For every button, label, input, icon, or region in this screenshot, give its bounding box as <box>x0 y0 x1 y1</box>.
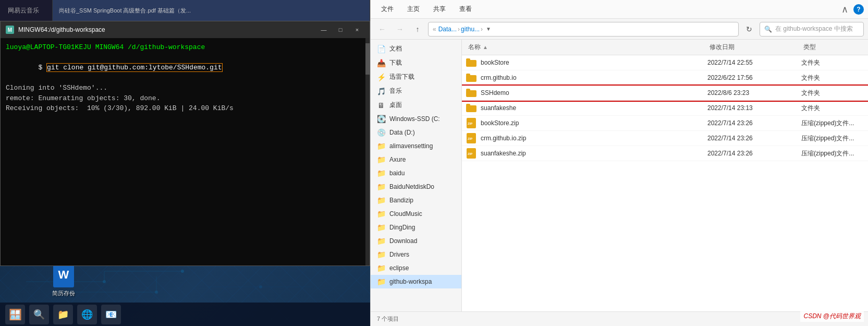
sidebar-item-baidudisk[interactable]: 📁 BaiduNetdiskDo <box>371 180 461 194</box>
sidebar-item-thunder[interactable]: ⚡ 迅雷下载 <box>371 70 461 84</box>
sidebar-label-dingding: DingDing <box>389 224 415 231</box>
terminal-command: $ git clone git@github.com:lytobe/SSHdem… <box>6 53 364 83</box>
col-header-name[interactable]: 名称 ▲ <box>466 42 707 53</box>
menu-view[interactable]: 查看 <box>453 3 478 16</box>
svg-text:ZIP: ZIP <box>468 137 472 140</box>
address-breadcrumb-icon: « <box>433 26 436 33</box>
up-button[interactable]: ↑ <box>410 22 425 37</box>
sidebar-item-github-workspace[interactable]: 📁 github-workspa <box>371 275 461 288</box>
address-part-github: githu... <box>461 26 480 33</box>
file-type: 文件夹 <box>801 104 864 113</box>
file-date: 2022/7/14 23:26 <box>707 150 801 157</box>
table-row[interactable]: ZIP crm.github.io.zip 2022/7/14 23:26 压缩… <box>462 131 868 146</box>
music-icon: 🎵 <box>377 87 385 95</box>
menu-file[interactable]: 文件 <box>375 3 400 16</box>
taskbar-icon-5[interactable]: 📧 <box>101 305 121 324</box>
close-button[interactable]: × <box>350 25 364 35</box>
sidebar-item-eclipse[interactable]: 📁 eclipse <box>371 261 461 275</box>
address-dropdown-arrow[interactable]: ▼ <box>486 26 491 32</box>
sidebar-label-data-d: Data (D:) <box>389 129 415 136</box>
maximize-button[interactable]: □ <box>333 25 348 35</box>
table-row[interactable]: ZIP bookStore.zip 2022/7/14 23:26 压缩(zip… <box>462 116 868 131</box>
csdn-watermark: CSDN @代码世界观 <box>800 311 864 322</box>
sidebar-item-bandizip[interactable]: 📁 Bandizip <box>371 194 461 207</box>
sidebar-label-documents: 文档 <box>389 44 402 53</box>
sidebar-label-downloads: 下载 <box>389 58 402 67</box>
sidebar-item-download[interactable]: 📁 Download <box>371 234 461 248</box>
file-name-cell: crm.github.io <box>466 73 707 83</box>
sidebar-label-baidu: baidu <box>389 170 405 177</box>
sidebar-item-alimaven[interactable]: 📁 alimavensetting <box>371 139 461 153</box>
terminal-output-3: Receiving objects: 10% (3/30), 892.00 Ki… <box>6 103 364 114</box>
thunder-icon: ⚡ <box>377 73 385 81</box>
refresh-button[interactable]: ↻ <box>742 22 756 37</box>
file-type: 文件夹 <box>801 74 864 82</box>
forward-button[interactable]: → <box>393 22 407 37</box>
sidebar-item-cloudmusic[interactable]: 📁 CloudMusic <box>371 207 461 221</box>
sidebar-item-music[interactable]: 🎵 音乐 <box>371 84 461 98</box>
window-icon: M <box>6 26 14 34</box>
ribbon-toggle[interactable]: ∧ <box>838 3 851 16</box>
table-row[interactable]: ZIP suanfakeshe.zip 2022/7/14 23:26 压缩(z… <box>462 146 868 161</box>
file-date: 2022/7/14 23:13 <box>707 104 801 112</box>
terminal-output-1: Cloning into 'SSHdemo'... <box>6 83 364 93</box>
file-name-cell: ZIP crm.github.io.zip <box>466 133 707 143</box>
svg-point-9 <box>259 285 262 288</box>
folder-icon <box>466 57 476 68</box>
sidebar-item-axure[interactable]: 📁 Axure <box>371 153 461 166</box>
address-bar[interactable]: « Data... › githu... › ▼ <box>428 22 739 37</box>
desktop-icon-word[interactable]: W 简历存份 <box>52 262 75 297</box>
sidebar-label-windows-ssd: Windows-SSD (C: <box>389 115 440 123</box>
taskbar-icon-1[interactable]: 🪟 <box>5 305 25 324</box>
col-header-date[interactable]: 修改日期 <box>707 42 801 53</box>
taskbar-icon-2[interactable]: 🔍 <box>29 305 49 324</box>
git-clone-highlight: git clone git@github.com:lytobe/SSHdemo.… <box>46 63 222 72</box>
sidebar-label-alimaven: alimavensetting <box>389 142 433 150</box>
help-button[interactable]: ? <box>853 4 864 15</box>
folder-icon <box>466 73 476 83</box>
minimize-button[interactable]: — <box>316 25 331 35</box>
back-button[interactable]: ← <box>375 22 389 37</box>
file-name-cell: suanfakeshe <box>466 103 707 113</box>
address-sep-2: › <box>481 26 483 33</box>
menu-share[interactable]: 共享 <box>427 3 452 16</box>
music-player-tab[interactable]: 网易云音乐 <box>0 0 52 21</box>
terminal-scrollbar[interactable] <box>365 38 370 265</box>
window-action-area: ∧ ? <box>838 3 864 16</box>
sidebar-item-windows-ssd[interactable]: 💽 Windows-SSD (C: <box>371 112 461 126</box>
table-row[interactable]: crm.github.io 2022/6/22 17:56 文件夹 <box>462 70 868 86</box>
sidebar-item-data-d[interactable]: 💿 Data (D:) <box>371 126 461 139</box>
sidebar-item-desktop[interactable]: 🖥 桌面 <box>371 98 461 112</box>
cloudmusic-icon: 📁 <box>377 210 385 218</box>
status-text: 7 个项目 <box>377 315 399 323</box>
baidudisk-icon: 📁 <box>377 183 385 191</box>
menu-home[interactable]: 主页 <box>401 3 426 16</box>
pdf-tab[interactable]: 尚硅谷_SSM SpringBoot 高级整合.pdf 基础篇（发... <box>52 0 370 21</box>
col-name-label: 名称 <box>468 43 481 52</box>
svg-rect-11 <box>466 58 470 61</box>
table-row-sshdemo[interactable]: SSHdemo 2022/8/6 23:23 文件夹 <box>462 86 868 101</box>
taskbar-icon-4[interactable]: 🌐 <box>77 305 97 324</box>
sidebar-item-downloads[interactable]: 📥 下载 <box>371 56 461 70</box>
file-name: bookStore <box>481 59 509 66</box>
table-row[interactable]: suanfakeshe 2022/7/14 23:13 文件夹 <box>462 101 868 116</box>
sidebar-item-baidu[interactable]: 📁 baidu <box>371 166 461 180</box>
table-row[interactable]: bookStore 2022/7/14 22:55 文件夹 <box>462 55 868 70</box>
desktop-icon-label: 简历存份 <box>52 289 75 297</box>
drivers-icon: 📁 <box>377 250 385 259</box>
pdf-tab-label: 尚硅谷_SSM SpringBoot 高级整合.pdf 基础篇（发... <box>59 7 191 15</box>
zip-icon: ZIP <box>466 133 476 143</box>
search-box[interactable]: 🔍 在 github-workspace 中搜索 <box>760 22 864 37</box>
terminal-scrollbar-thumb[interactable] <box>365 43 370 75</box>
sidebar-label-bandizip: Bandizip <box>389 197 413 204</box>
sidebar-item-drivers[interactable]: 📁 Drivers <box>371 248 461 261</box>
sidebar-item-dingding[interactable]: 📁 DingDing <box>371 221 461 234</box>
word-icon: W <box>53 262 74 287</box>
sidebar-item-documents[interactable]: 📄 文档 <box>371 42 461 56</box>
taskbar-icon-3[interactable]: 📁 <box>53 305 73 324</box>
terminal-output-2: remote: Enumerating objects: 30, done. <box>6 93 364 104</box>
search-icon: 🔍 <box>764 26 772 33</box>
col-header-type[interactable]: 类型 <box>801 42 864 53</box>
sidebar-label-eclipse: eclipse <box>389 264 409 272</box>
terminal-content[interactable]: luoya@LAPTOP-TG01KEJU MINGW64 /d/github-… <box>1 38 370 265</box>
